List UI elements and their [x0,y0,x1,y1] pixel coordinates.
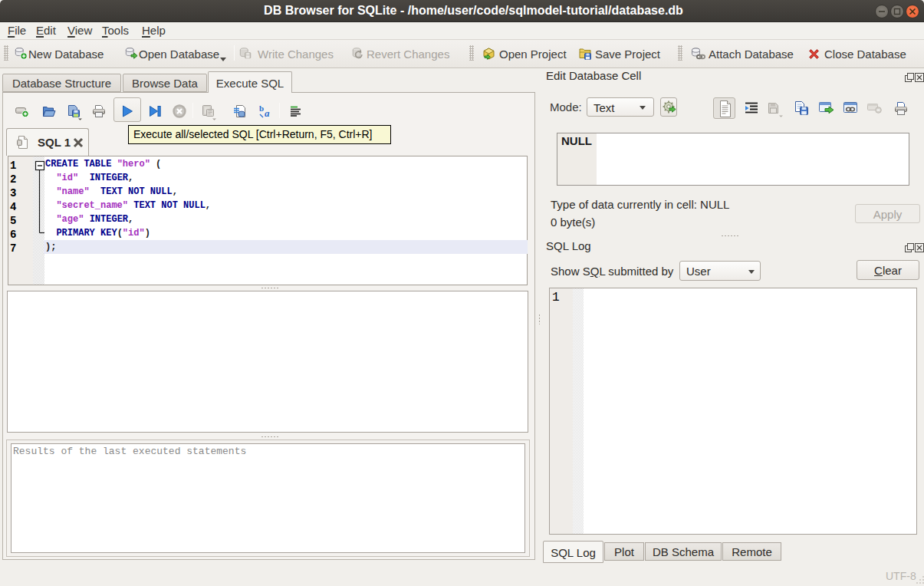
svg-text:a: a [265,107,270,119]
svg-text:b: b [259,104,264,113]
